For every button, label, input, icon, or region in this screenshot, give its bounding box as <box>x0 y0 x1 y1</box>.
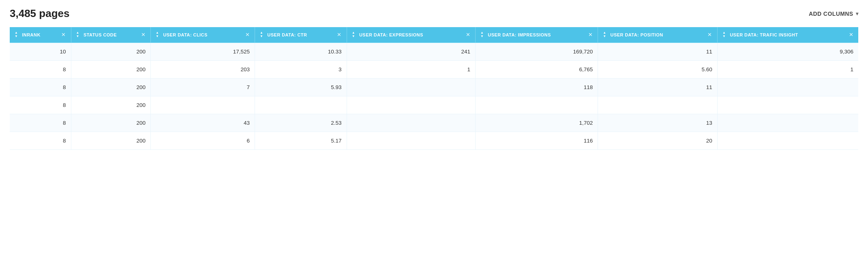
remove-col-inrank[interactable]: ✕ <box>61 32 66 38</box>
cell-expressions <box>347 114 475 132</box>
cell-trafic: 9,306 <box>717 43 858 60</box>
cell-status_code: 200 <box>71 132 150 149</box>
cell-ctr <box>255 96 347 114</box>
cell-ctr: 2.53 <box>255 114 347 132</box>
col-label-expressions: USER DATA: EXPRESSIONS <box>359 32 423 37</box>
cell-impressions: 1,702 <box>475 114 598 132</box>
col-header-impressions[interactable]: ▲ ▼ USER DATA: IMPRESSIONS ✕ <box>475 27 598 43</box>
col-header-inrank[interactable]: ▲ ▼ INRANK ✕ <box>10 27 71 43</box>
sort-icon-impressions[interactable]: ▲ ▼ <box>480 31 484 38</box>
table-row: 8200203316,7655.601 <box>10 60 858 78</box>
sort-icon-trafic[interactable]: ▲ ▼ <box>722 31 726 38</box>
cell-expressions: 241 <box>347 43 475 60</box>
cell-inrank: 8 <box>10 78 71 96</box>
cell-position <box>598 96 718 114</box>
add-columns-label: ADD COLUMNS <box>809 11 853 17</box>
col-header-clics[interactable]: ▲ ▼ USER DATA: CLICS ✕ <box>151 27 255 43</box>
col-header-status_code[interactable]: ▲ ▼ STATUS CODE ✕ <box>71 27 150 43</box>
cell-clics: 17,525 <box>151 43 255 60</box>
table-row: 8200432.531,70213 <box>10 114 858 132</box>
col-header-position[interactable]: ▲ ▼ USER DATA: POSITION ✕ <box>598 27 718 43</box>
col-label-clics: USER DATA: CLICS <box>163 32 207 37</box>
table-row: 1020017,52510.33241169,720119,306 <box>10 43 858 60</box>
cell-ctr: 3 <box>255 60 347 78</box>
cell-status_code: 200 <box>71 43 150 60</box>
add-columns-button[interactable]: ADD COLUMNS ▾ <box>809 11 858 17</box>
cell-clics: 6 <box>151 132 255 149</box>
cell-inrank: 8 <box>10 60 71 78</box>
cell-position: 11 <box>598 43 718 60</box>
cell-trafic <box>717 78 858 96</box>
cell-position: 13 <box>598 114 718 132</box>
col-label-ctr: USER DATA: CTR <box>267 32 307 37</box>
table-row: 8200 <box>10 96 858 114</box>
remove-col-position[interactable]: ✕ <box>707 32 712 38</box>
cell-ctr: 5.93 <box>255 78 347 96</box>
cell-impressions: 169,720 <box>475 43 598 60</box>
col-label-impressions: USER DATA: IMPRESSIONS <box>488 32 551 37</box>
cell-status_code: 200 <box>71 96 150 114</box>
cell-impressions <box>475 96 598 114</box>
remove-col-ctr[interactable]: ✕ <box>337 32 341 38</box>
col-label-trafic: USER DATA: TRAFIC INSIGHT <box>730 32 798 37</box>
cell-expressions <box>347 132 475 149</box>
cell-inrank: 8 <box>10 96 71 114</box>
table-row: 820075.9311811 <box>10 78 858 96</box>
remove-col-clics[interactable]: ✕ <box>245 32 250 38</box>
data-table-container: ▲ ▼ INRANK ✕ ▲ ▼ STATUS CODE ✕ <box>10 27 858 150</box>
chevron-down-icon: ▾ <box>856 11 858 17</box>
remove-col-status_code[interactable]: ✕ <box>141 32 146 38</box>
cell-expressions: 1 <box>347 60 475 78</box>
cell-trafic <box>717 114 858 132</box>
cell-trafic: 1 <box>717 60 858 78</box>
table-row: 820065.1711620 <box>10 132 858 149</box>
cell-position: 5.60 <box>598 60 718 78</box>
sort-icon-ctr[interactable]: ▲ ▼ <box>260 31 263 38</box>
col-header-expressions[interactable]: ▲ ▼ USER DATA: EXPRESSIONS ✕ <box>347 27 475 43</box>
cell-impressions: 118 <box>475 78 598 96</box>
cell-status_code: 200 <box>71 60 150 78</box>
cell-ctr: 10.33 <box>255 43 347 60</box>
cell-position: 11 <box>598 78 718 96</box>
cell-impressions: 116 <box>475 132 598 149</box>
cell-expressions <box>347 96 475 114</box>
cell-status_code: 200 <box>71 114 150 132</box>
cell-position: 20 <box>598 132 718 149</box>
cell-impressions: 6,765 <box>475 60 598 78</box>
cell-clics: 43 <box>151 114 255 132</box>
col-label-inrank: INRANK <box>22 32 40 37</box>
remove-col-expressions[interactable]: ✕ <box>466 32 470 38</box>
cell-trafic <box>717 96 858 114</box>
remove-col-trafic[interactable]: ✕ <box>849 32 853 38</box>
cell-status_code: 200 <box>71 78 150 96</box>
header-row: 3,485 pages ADD COLUMNS ▾ <box>10 7 858 20</box>
col-label-position: USER DATA: POSITION <box>611 32 663 37</box>
col-label-status_code: STATUS CODE <box>84 32 117 37</box>
sort-icon-clics[interactable]: ▲ ▼ <box>156 31 159 38</box>
cell-inrank: 10 <box>10 43 71 60</box>
data-table: ▲ ▼ INRANK ✕ ▲ ▼ STATUS CODE ✕ <box>10 27 858 150</box>
cell-inrank: 8 <box>10 132 71 149</box>
remove-col-impressions[interactable]: ✕ <box>588 32 593 38</box>
sort-icon-status_code[interactable]: ▲ ▼ <box>76 31 79 38</box>
cell-inrank: 8 <box>10 114 71 132</box>
cell-expressions <box>347 78 475 96</box>
cell-ctr: 5.17 <box>255 132 347 149</box>
cell-trafic <box>717 132 858 149</box>
sort-icon-inrank[interactable]: ▲ ▼ <box>15 31 18 38</box>
cell-clics: 203 <box>151 60 255 78</box>
page-count: 3,485 pages <box>10 7 69 20</box>
sort-icon-expressions[interactable]: ▲ ▼ <box>352 31 355 38</box>
cell-clics: 7 <box>151 78 255 96</box>
col-header-ctr[interactable]: ▲ ▼ USER DATA: CTR ✕ <box>255 27 347 43</box>
sort-icon-position[interactable]: ▲ ▼ <box>603 31 606 38</box>
cell-clics <box>151 96 255 114</box>
col-header-trafic[interactable]: ▲ ▼ USER DATA: TRAFIC INSIGHT ✕ <box>717 27 858 43</box>
